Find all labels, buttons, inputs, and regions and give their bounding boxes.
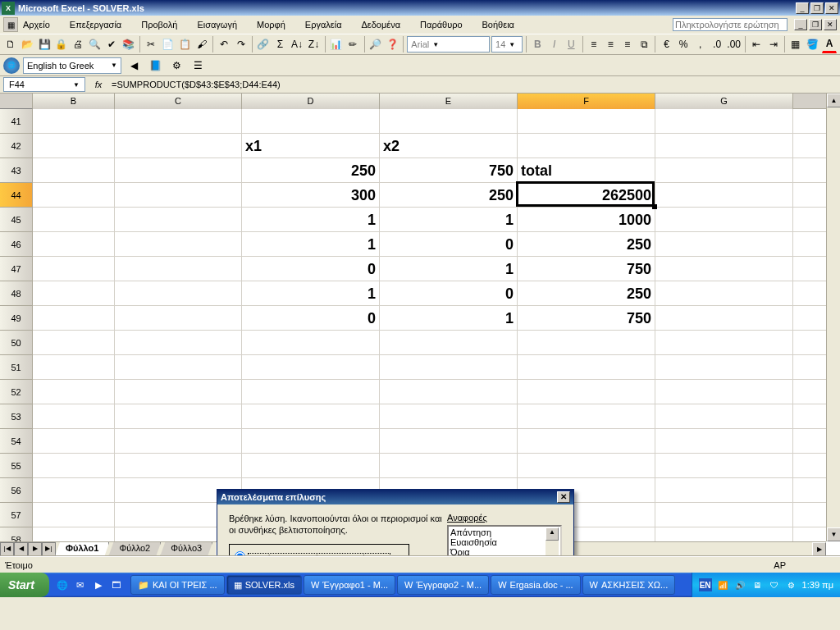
cell-B41[interactable] — [33, 109, 115, 134]
name-box[interactable]: F44▼ — [3, 77, 85, 92]
translate-fwd-button[interactable]: 📘 — [146, 57, 164, 75]
cell-F44[interactable]: 262500 — [518, 183, 655, 208]
tab-first-button[interactable]: |◀ — [0, 542, 14, 556]
currency-button[interactable]: € — [659, 35, 674, 53]
cell-D46[interactable]: 1 — [242, 232, 380, 257]
ie-icon[interactable]: 🌐 — [54, 577, 71, 593]
fill-handle[interactable] — [652, 204, 657, 209]
cell-C49[interactable] — [115, 306, 242, 331]
column-header-G[interactable]: G — [655, 94, 793, 109]
cell-F43[interactable]: total — [518, 158, 655, 183]
cell-D52[interactable] — [242, 380, 380, 404]
cell-D41[interactable] — [242, 109, 380, 134]
cell-E52[interactable] — [380, 380, 518, 404]
report-item[interactable]: Ευαισθησία — [450, 537, 559, 547]
taskbar-task[interactable]: 📁ΚΑΙ ΟΙ ΤΡΕΙΣ ... — [130, 575, 225, 595]
cell-B43[interactable] — [33, 158, 115, 183]
reports-listbox[interactable]: ▲▼ Απάντηση Ευαισθησία Όρια — [447, 525, 562, 556]
tab-last-button[interactable]: ▶| — [42, 542, 56, 556]
cell-C41[interactable] — [115, 109, 242, 134]
menu-window[interactable]: Παράθυρο — [420, 20, 472, 30]
chart-wizard-button[interactable]: 📊 — [329, 35, 345, 53]
scroll-down-button[interactable]: ▼ — [827, 527, 840, 541]
cell-F52[interactable] — [518, 380, 655, 404]
taskbar-task[interactable]: ▦SOLVER.xls — [226, 575, 302, 595]
sheet-tab-3[interactable]: Φύλλο3 — [160, 542, 212, 556]
cell-C48[interactable] — [115, 281, 242, 306]
row-header-53[interactable]: 53 — [0, 404, 33, 429]
report-item[interactable]: Απάντηση — [450, 527, 559, 537]
scroll-right-button[interactable]: ▶ — [812, 542, 826, 556]
help-button[interactable]: ❓ — [385, 35, 400, 53]
comma-button[interactable]: , — [692, 35, 708, 53]
menu-help[interactable]: Βοήθεια — [482, 20, 524, 30]
cell-D50[interactable] — [242, 331, 380, 355]
undo-button[interactable]: ↶ — [217, 35, 232, 53]
save-button[interactable]: 💾 — [37, 35, 52, 53]
tab-prev-button[interactable]: ◀ — [14, 542, 28, 556]
drawing-button[interactable]: ✏ — [345, 35, 361, 53]
cell-C54[interactable] — [115, 429, 242, 454]
increase-decimal-button[interactable]: .0 — [710, 35, 725, 53]
cell-E47[interactable]: 1 — [380, 257, 518, 281]
autosum-button[interactable]: Σ — [272, 35, 288, 53]
cell-G57[interactable] — [655, 503, 793, 527]
column-header-E[interactable]: E — [380, 94, 518, 109]
start-button[interactable]: Start — [0, 573, 49, 597]
cell-D45[interactable]: 1 — [242, 208, 380, 232]
column-header-C[interactable]: C — [115, 94, 242, 109]
paste-button[interactable]: 📋 — [177, 35, 193, 53]
cell-B42[interactable] — [33, 134, 115, 158]
row-header-50[interactable]: 50 — [0, 331, 33, 355]
cell-F45[interactable]: 1000 — [518, 208, 655, 232]
cell-B50[interactable] — [33, 331, 115, 355]
dialog-close-button[interactable]: ✕ — [557, 491, 570, 503]
control-menu-icon[interactable]: ▦ — [3, 17, 18, 32]
cell-F48[interactable]: 250 — [518, 281, 655, 306]
cell-E44[interactable]: 250 — [380, 183, 518, 208]
cell-G54[interactable] — [655, 429, 793, 454]
cell-F51[interactable] — [518, 355, 655, 380]
cell-F47[interactable]: 750 — [518, 257, 655, 281]
print-button[interactable]: 🖨 — [71, 35, 86, 53]
clock[interactable]: 1:39 πμ — [802, 580, 833, 590]
row-header-48[interactable]: 48 — [0, 281, 33, 306]
tray-icon[interactable]: 🖥 — [751, 578, 764, 591]
increase-indent-button[interactable]: ⇥ — [765, 35, 781, 53]
cell-F49[interactable]: 750 — [518, 306, 655, 331]
cell-G51[interactable] — [655, 355, 793, 380]
formula-input[interactable] — [112, 77, 840, 92]
bold-button[interactable]: B — [530, 35, 546, 53]
cell-G47[interactable] — [655, 257, 793, 281]
cell-F42[interactable] — [518, 134, 655, 158]
cell-C50[interactable] — [115, 331, 242, 355]
cell-B49[interactable] — [33, 306, 115, 331]
cell-B47[interactable] — [33, 257, 115, 281]
cell-B52[interactable] — [33, 380, 115, 404]
cell-C45[interactable] — [115, 208, 242, 232]
cell-D54[interactable] — [242, 429, 380, 454]
language-select[interactable]: English to Greek▼ — [23, 57, 121, 74]
cut-button[interactable]: ✂ — [144, 35, 159, 53]
cell-C46[interactable] — [115, 232, 242, 257]
cell-D49[interactable]: 0 — [242, 306, 380, 331]
cell-F41[interactable] — [518, 109, 655, 134]
row-header-56[interactable]: 56 — [0, 478, 33, 503]
row-header-52[interactable]: 52 — [0, 380, 33, 404]
open-button[interactable]: 📂 — [21, 35, 36, 53]
fx-label[interactable]: fx — [90, 80, 107, 89]
tab-next-button[interactable]: ▶ — [28, 542, 42, 556]
cell-B45[interactable] — [33, 208, 115, 232]
cell-G53[interactable] — [655, 404, 793, 429]
align-right-button[interactable]: ≡ — [619, 35, 635, 53]
cell-G41[interactable] — [655, 109, 793, 134]
cell-G43[interactable] — [655, 158, 793, 183]
outlook-icon[interactable]: ✉ — [72, 577, 89, 593]
cell-D51[interactable] — [242, 355, 380, 380]
cell-D48[interactable]: 1 — [242, 281, 380, 306]
media-icon[interactable]: ▶ — [90, 577, 107, 593]
cell-B57[interactable] — [33, 503, 115, 527]
hyperlink-button[interactable]: 🔗 — [256, 35, 272, 53]
ask-question-input[interactable] — [673, 18, 788, 31]
menu-tools[interactable]: Εργαλεία — [305, 20, 352, 30]
